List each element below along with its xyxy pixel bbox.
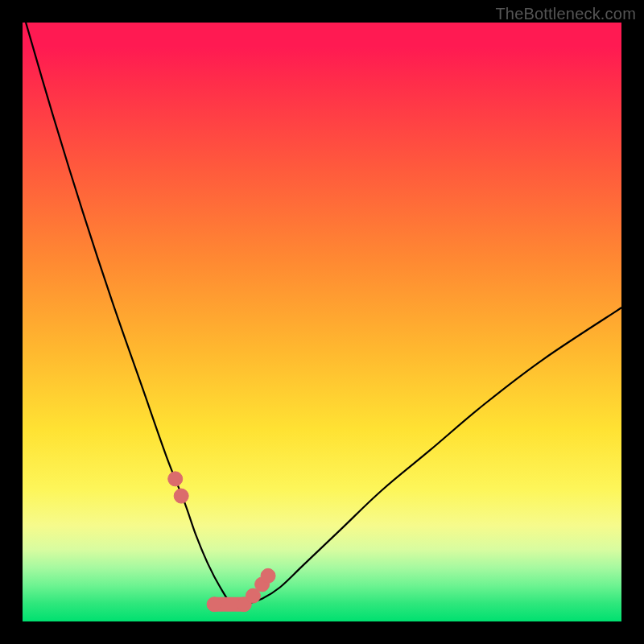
marker-dots-group [168, 472, 275, 612]
watermark-text: TheBottleneck.com [495, 5, 636, 23]
marker-dot [261, 568, 275, 583]
chart-frame: TheBottleneck.com [0, 0, 644, 644]
marker-dot [168, 472, 183, 486]
marker-dot [174, 489, 188, 503]
marker-dot [207, 597, 221, 612]
marker-layer [23, 23, 621, 621]
plot-area [23, 23, 621, 621]
